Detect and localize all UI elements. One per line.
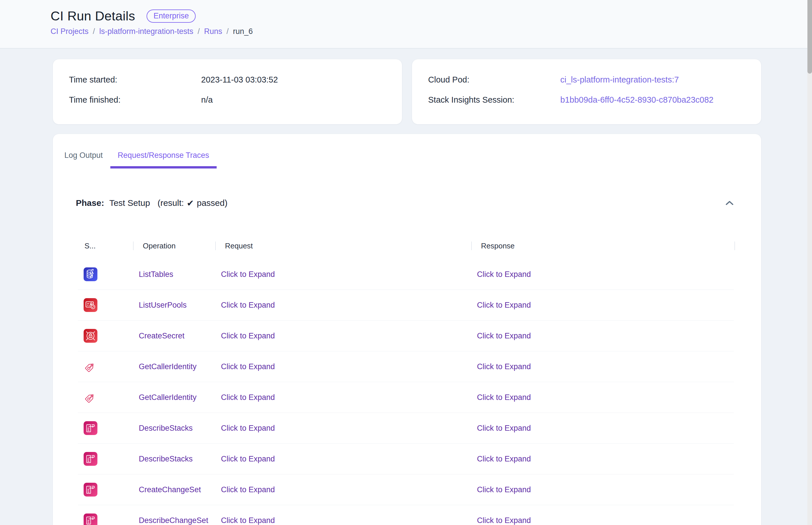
table-row: ListTables Click to Expand Click to Expa… — [78, 259, 734, 290]
request-expand-link[interactable]: Click to Expand — [221, 454, 275, 463]
breadcrumb-separator: / — [93, 27, 95, 36]
table-row: GetCallerIdentity Click to Expand Click … — [78, 351, 734, 382]
phase-result-suffix: passed) — [197, 198, 228, 208]
column-header-end-divider — [734, 241, 735, 250]
summary-label: Time finished: — [69, 94, 201, 105]
summary-label: Time started: — [69, 74, 201, 85]
scrollbar-thumb[interactable] — [808, 0, 812, 74]
phase-label: Phase: — [76, 198, 104, 208]
summary-row: Cloud Pod:ci_ls-platform-integration-tes… — [428, 74, 745, 85]
response-expand-link[interactable]: Click to Expand — [477, 424, 531, 432]
table-row: CreateChangeSet Click to Expand Click to… — [78, 475, 734, 505]
response-cell: Click to Expand — [471, 362, 734, 371]
request-expand-link[interactable]: Click to Expand — [221, 424, 275, 432]
service-cell — [78, 390, 133, 404]
response-expand-link[interactable]: Click to Expand — [477, 301, 531, 309]
summary-row: Time started:2023-11-03 03:03:52 — [69, 74, 386, 85]
phase-result-prefix: (result: — [157, 198, 184, 208]
service-cell — [78, 267, 133, 281]
request-cell: Click to Expand — [215, 454, 471, 464]
breadcrumb-item[interactable]: CI Projects — [50, 27, 89, 36]
service-cell — [78, 360, 133, 374]
tab-log-output[interactable]: Log Output — [57, 143, 110, 168]
tabs: Log OutputRequest/Response Traces — [53, 134, 761, 168]
response-cell: Click to Expand — [471, 270, 734, 279]
breadcrumb-item: run_6 — [233, 27, 253, 36]
request-expand-link[interactable]: Click to Expand — [221, 270, 275, 279]
table-row: DescribeStacks Click to Expand Click to … — [78, 444, 734, 475]
response-expand-link[interactable]: Click to Expand — [477, 362, 531, 371]
operation-cell: DescribeChangeSet — [133, 516, 215, 525]
table-row: GetCallerIdentity Click to Expand Click … — [78, 382, 734, 413]
request-expand-link[interactable]: Click to Expand — [221, 301, 275, 309]
tab-request-response-traces[interactable]: Request/Response Traces — [110, 143, 217, 168]
cloudformation-icon — [83, 421, 97, 435]
scrollbar-track[interactable] — [808, 0, 812, 525]
summary-value-link[interactable]: ci_ls-platform-integration-tests:7 — [560, 74, 679, 85]
response-expand-link[interactable]: Click to Expand — [477, 270, 531, 279]
request-expand-link[interactable]: Click to Expand — [221, 516, 275, 525]
response-expand-link[interactable]: Click to Expand — [477, 516, 531, 525]
request-cell: Click to Expand — [215, 485, 471, 494]
table-row: CreateSecret Click to Expand Click to Ex… — [78, 320, 734, 351]
request-expand-link[interactable]: Click to Expand — [221, 393, 275, 402]
request-cell: Click to Expand — [215, 270, 471, 279]
trace-table-header: S... Operation Request Response — [78, 238, 734, 253]
operation-cell: DescribeStacks — [133, 424, 215, 433]
request-expand-link[interactable]: Click to Expand — [221, 331, 275, 340]
summary-row: Time finished:n/a — [69, 94, 386, 105]
response-cell: Click to Expand — [471, 301, 734, 310]
summary-value-link[interactable]: b1bb09da-6ff0-4c52-8930-c870ba23c082 — [560, 94, 714, 105]
response-cell: Click to Expand — [471, 393, 734, 402]
breadcrumb-item[interactable]: ls-platform-integration-tests — [99, 27, 193, 36]
request-expand-link[interactable]: Click to Expand — [221, 362, 275, 371]
request-cell: Click to Expand — [215, 331, 471, 341]
sts-icon — [83, 360, 97, 374]
request-cell: Click to Expand — [215, 393, 471, 402]
sts-icon — [83, 390, 97, 404]
column-header-response: Response — [471, 241, 734, 250]
summary-label: Stack Insights Session: — [428, 94, 560, 105]
column-header-request: Request — [215, 241, 471, 250]
response-cell: Click to Expand — [471, 331, 734, 341]
breadcrumb: CI Projects/ls-platform-integration-test… — [50, 27, 812, 36]
table-row: DescribeStacks Click to Expand Click to … — [78, 413, 734, 444]
phase-name: Test Setup — [109, 198, 150, 208]
trace-table-body: ListTables Click to Expand Click to Expa… — [78, 259, 734, 525]
response-cell: Click to Expand — [471, 424, 734, 433]
secrets-manager-icon — [83, 329, 97, 343]
column-header-operation: Operation — [133, 241, 215, 250]
app-header: CI Run Details Enterprise CI Projects/ls… — [0, 0, 812, 49]
breadcrumb-item[interactable]: Runs — [204, 27, 222, 36]
service-cell — [78, 298, 133, 312]
time-card: Time started:2023-11-03 03:03:52Time fin… — [52, 59, 402, 124]
breadcrumb-separator: / — [227, 27, 229, 36]
response-expand-link[interactable]: Click to Expand — [477, 485, 531, 494]
enterprise-badge: Enterprise — [146, 10, 196, 23]
service-cell — [78, 329, 133, 343]
operation-cell: ListTables — [133, 270, 215, 279]
request-cell: Click to Expand — [215, 362, 471, 371]
response-expand-link[interactable]: Click to Expand — [477, 454, 531, 463]
response-expand-link[interactable]: Click to Expand — [477, 393, 531, 402]
cloudformation-icon — [83, 483, 97, 497]
cognito-icon — [83, 298, 97, 312]
service-cell — [78, 452, 133, 466]
chevron-up-icon — [725, 199, 734, 207]
check-icon: ✔ — [187, 198, 194, 208]
service-cell — [78, 513, 133, 525]
column-header-service: S... — [78, 241, 133, 250]
request-expand-link[interactable]: Click to Expand — [221, 485, 275, 494]
request-cell: Click to Expand — [215, 424, 471, 433]
service-cell — [78, 421, 133, 435]
service-cell — [78, 483, 133, 497]
collapse-phase-button[interactable] — [724, 197, 735, 209]
summary-value: n/a — [201, 94, 213, 105]
dynamodb-icon — [83, 267, 97, 281]
response-cell: Click to Expand — [471, 485, 734, 494]
response-expand-link[interactable]: Click to Expand — [477, 331, 531, 340]
phase-header: Phase: Test Setup (result: ✔ passed) — [76, 195, 735, 211]
breadcrumb-separator: / — [198, 27, 200, 36]
time-card-rows: Time started:2023-11-03 03:03:52Time fin… — [69, 74, 386, 105]
page-title: CI Run Details — [50, 9, 135, 24]
